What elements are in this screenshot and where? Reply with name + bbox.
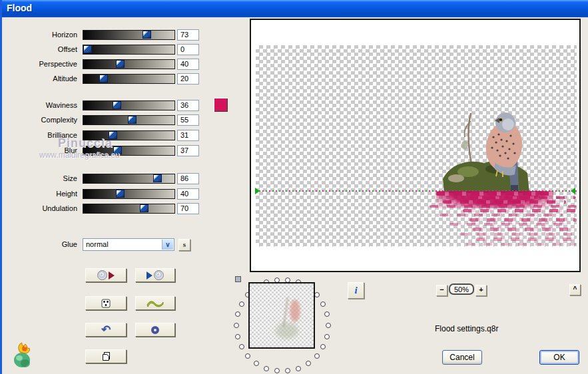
slider-track[interactable] (83, 100, 175, 110)
slider-label: Horizon (2, 31, 77, 39)
window-title: Flood (7, 3, 32, 13)
glue-dropdown[interactable]: normal ∨ (83, 238, 174, 251)
flaming-pear-logo-icon (11, 341, 36, 369)
memory-dot[interactable] (274, 368, 280, 373)
zoom-out-button[interactable]: − (436, 285, 447, 296)
slider-value-box[interactable]: 20 (177, 73, 199, 85)
ok-button[interactable]: OK (539, 350, 579, 365)
memory-dot[interactable] (320, 344, 326, 349)
zoom-in-button[interactable]: + (475, 285, 487, 296)
memory-dot[interactable] (314, 353, 320, 359)
slider-thumb[interactable] (116, 60, 125, 68)
chevron-down-icon[interactable]: ∨ (162, 240, 173, 250)
reset-button[interactable] (135, 323, 175, 337)
slider-row-complexity: Complexity 55 (2, 114, 202, 125)
watermark-name: Pinuccia (58, 136, 113, 150)
horizon-arrow-right (571, 188, 575, 194)
slider-value-box[interactable]: 86 (177, 173, 199, 184)
memory-dot[interactable] (235, 311, 240, 317)
slider-value-box[interactable]: 55 (177, 114, 199, 126)
memory-dot[interactable] (324, 311, 330, 317)
memory-dot[interactable] (239, 301, 244, 307)
slider-thumb[interactable] (128, 116, 137, 124)
slider-thumb[interactable] (143, 31, 151, 39)
slider-thumb[interactable] (153, 174, 162, 182)
slider-value-box[interactable]: 40 (177, 188, 199, 200)
blue-play-icon (147, 272, 152, 280)
water-color-swatch[interactable] (214, 98, 227, 111)
glue-selected-value: normal (86, 240, 109, 248)
memory-dot[interactable] (245, 353, 250, 359)
glue-label: Glue (2, 240, 77, 248)
navigator-thumbnail[interactable] (248, 282, 315, 349)
slider-label: Waviness (2, 101, 77, 109)
slider-thumb[interactable] (99, 75, 108, 83)
slider-row-undulation: Undulation 70 (2, 203, 202, 214)
blue-ring-icon (151, 326, 159, 334)
save-preset-button[interactable] (135, 268, 175, 282)
slider-value-box[interactable]: 31 (177, 130, 199, 141)
slider-row-height: Height 40 (2, 188, 202, 199)
copy-settings-button[interactable] (85, 349, 127, 363)
memory-dot[interactable] (239, 344, 244, 349)
memory-dot-marker[interactable] (235, 276, 241, 282)
slider-label: Size (2, 174, 77, 182)
memory-dot[interactable] (234, 323, 239, 328)
undo-button[interactable]: ↶ (85, 323, 127, 337)
green-wave-icon (147, 299, 164, 307)
slider-thumb[interactable] (113, 101, 121, 109)
memory-dot[interactable] (320, 301, 326, 307)
memory-dot[interactable] (235, 334, 240, 339)
slider-label: Height (2, 190, 77, 198)
slider-value-box[interactable]: 73 (177, 29, 199, 41)
disc-icon (154, 270, 164, 280)
memory-dot[interactable] (326, 323, 331, 328)
settings-filename: Flood settings.q8r (435, 324, 498, 333)
slider-row-altitude: Altitude 20 (2, 73, 202, 84)
slider-thumb[interactable] (116, 190, 125, 198)
disc-icon (97, 270, 107, 280)
slider-label: Perspective (2, 60, 77, 68)
slider-track[interactable] (83, 74, 175, 84)
slider-value-box[interactable]: 36 (177, 100, 199, 111)
preview-image-bird (436, 110, 551, 193)
slider-value-box[interactable]: 0 (177, 44, 199, 55)
slider-value-box[interactable]: 70 (177, 203, 199, 214)
slider-track[interactable] (83, 45, 175, 55)
preview-panel[interactable] (250, 19, 581, 272)
s-button[interactable]: s (178, 239, 190, 251)
memory-dot[interactable] (285, 368, 290, 373)
slider-value-box[interactable]: 37 (177, 145, 199, 156)
slider-track[interactable] (83, 30, 175, 40)
watermark-url: www.maidiregrafica.eu (39, 150, 120, 160)
slider-track[interactable] (83, 174, 175, 184)
collapse-button[interactable]: ^ (569, 284, 581, 295)
slider-row-waviness: Waviness 36 (2, 100, 202, 110)
zoom-level-display: 50% (449, 283, 474, 295)
slider-label: Altitude (2, 75, 77, 83)
flood-dialog-window: Flood Horizon 73 Offset 0 Perspective 40… (0, 0, 588, 374)
slider-track[interactable] (83, 59, 175, 69)
slider-row-offset: Offset 0 (2, 44, 202, 55)
slider-track[interactable] (83, 204, 175, 214)
horizon-line[interactable] (256, 190, 577, 192)
cancel-button[interactable]: Cancel (442, 350, 482, 365)
slider-thumb[interactable] (140, 204, 148, 212)
memory-dot[interactable] (254, 361, 259, 366)
slider-row-horizon: Horizon 73 (2, 29, 202, 40)
memory-dot[interactable] (264, 366, 269, 371)
memory-dot[interactable] (324, 334, 330, 339)
memory-dot[interactable] (296, 366, 301, 371)
slider-value-box[interactable]: 40 (177, 59, 199, 70)
random-settings-button[interactable] (85, 296, 127, 310)
slider-thumb[interactable] (83, 45, 92, 53)
title-bar[interactable]: Flood (0, 0, 588, 17)
random-ripple-button[interactable] (135, 296, 175, 310)
slider-track[interactable] (83, 189, 175, 199)
load-preset-button[interactable] (85, 268, 127, 282)
info-button[interactable]: i (348, 282, 364, 299)
slider-label: Offset (2, 45, 77, 53)
slider-label: Undulation (2, 204, 77, 212)
slider-track[interactable] (83, 115, 175, 125)
memory-dot[interactable] (306, 361, 311, 366)
